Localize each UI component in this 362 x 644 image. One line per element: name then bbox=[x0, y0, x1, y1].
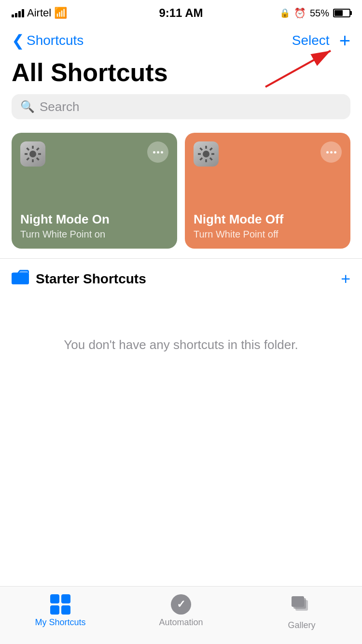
gear-svg-1 bbox=[24, 145, 42, 163]
more-button-1[interactable] bbox=[147, 141, 168, 163]
signal-bar-1 bbox=[12, 14, 14, 17]
status-left: Airtel 📶 bbox=[12, 7, 67, 19]
folder-add-button[interactable]: + bbox=[341, 269, 350, 288]
more-dot bbox=[334, 151, 336, 154]
page-title-section: All Shortcuts bbox=[0, 55, 362, 94]
empty-message: You don't have any shortcuts in this fol… bbox=[64, 337, 298, 352]
card-bottom-1: Night Mode On Turn White Point on bbox=[20, 212, 168, 240]
page-title: All Shortcuts bbox=[12, 59, 350, 86]
search-bar[interactable]: 🔍 Search bbox=[12, 94, 350, 119]
card-bottom-2: Night Mode Off Turn White Point off bbox=[194, 212, 342, 240]
gallery-icon-wrap bbox=[292, 594, 312, 617]
more-dot bbox=[161, 151, 163, 154]
signal-bar-3 bbox=[18, 11, 21, 17]
svg-point-2 bbox=[29, 151, 36, 157]
folder-svg bbox=[12, 270, 29, 284]
shortcut-title-1: Night Mode On bbox=[20, 212, 168, 227]
battery-percent: 55% bbox=[310, 8, 329, 19]
status-bar: Airtel 📶 9:11 AM 🔒 ⏰ 55% bbox=[0, 0, 362, 26]
grid-cell bbox=[50, 605, 59, 615]
automation-icon: ✓ bbox=[171, 594, 191, 615]
shortcut-card-night-mode-on[interactable]: Night Mode On Turn White Point on bbox=[12, 133, 177, 249]
svg-line-8 bbox=[37, 158, 39, 160]
grid-cell bbox=[61, 605, 70, 615]
shortcut-title-2: Night Mode Off bbox=[194, 212, 342, 227]
tab-bar: My Shortcuts ✓ Automation Gallery bbox=[0, 586, 362, 644]
svg-line-17 bbox=[210, 158, 212, 160]
svg-line-18 bbox=[210, 148, 212, 151]
gallery-svg-icon bbox=[292, 594, 312, 615]
card-top-2 bbox=[194, 141, 342, 167]
svg-line-9 bbox=[37, 148, 39, 151]
more-dot bbox=[326, 151, 329, 154]
shortcuts-grid: Night Mode On Turn White Point on bbox=[0, 129, 362, 258]
shortcut-card-night-mode-off[interactable]: Night Mode Off Turn White Point off bbox=[185, 133, 350, 249]
settings-icon-2 bbox=[194, 141, 219, 167]
folder-left: Starter Shortcuts bbox=[12, 270, 146, 288]
alarm-icon: ⏰ bbox=[294, 7, 306, 19]
battery-fill bbox=[334, 10, 343, 16]
gallery-label: Gallery bbox=[288, 620, 315, 630]
nav-bar: ❮ Shortcuts Select + bbox=[0, 26, 362, 55]
svg-rect-25 bbox=[292, 596, 304, 607]
search-icon: 🔍 bbox=[20, 100, 35, 113]
automation-label: Automation bbox=[159, 617, 203, 628]
more-dot bbox=[153, 151, 155, 154]
gear-svg-2 bbox=[197, 145, 215, 163]
signal-bars bbox=[12, 9, 24, 17]
svg-line-7 bbox=[27, 148, 29, 151]
shortcut-subtitle-2: Turn White Point off bbox=[194, 229, 342, 240]
back-label: Shortcuts bbox=[27, 33, 84, 48]
search-placeholder: Search bbox=[40, 99, 79, 114]
card-top-1 bbox=[20, 141, 168, 167]
nav-actions: Select + bbox=[292, 31, 350, 50]
more-dots-2 bbox=[326, 151, 336, 154]
more-button-2[interactable] bbox=[320, 141, 342, 163]
svg-point-11 bbox=[203, 151, 209, 157]
status-right: 🔒 ⏰ 55% bbox=[279, 7, 350, 19]
status-time: 9:11 AM bbox=[159, 6, 203, 20]
my-shortcuts-label: My Shortcuts bbox=[35, 617, 85, 628]
settings-icon-1 bbox=[20, 141, 45, 167]
signal-bar-4 bbox=[22, 9, 24, 17]
select-button[interactable]: Select bbox=[292, 33, 330, 48]
wifi-icon: 📶 bbox=[54, 7, 67, 19]
shortcut-subtitle-1: Turn White Point on bbox=[20, 229, 168, 240]
folder-icon bbox=[12, 270, 29, 288]
svg-line-10 bbox=[27, 158, 29, 160]
grid-cell bbox=[61, 594, 70, 603]
lock-icon: 🔒 bbox=[279, 8, 290, 18]
search-bar-container: 🔍 Search bbox=[0, 94, 362, 129]
add-button[interactable]: + bbox=[339, 31, 350, 50]
signal-bar-2 bbox=[15, 13, 17, 17]
checkmark: ✓ bbox=[177, 599, 185, 610]
my-shortcuts-icon bbox=[50, 594, 70, 615]
more-dots-1 bbox=[153, 151, 163, 154]
more-dot bbox=[330, 151, 333, 154]
tab-automation[interactable]: ✓ Automation bbox=[138, 594, 224, 628]
folder-name: Starter Shortcuts bbox=[36, 271, 146, 287]
svg-line-19 bbox=[200, 158, 203, 160]
battery-icon bbox=[333, 9, 350, 17]
svg-line-16 bbox=[200, 148, 203, 151]
tab-my-shortcuts[interactable]: My Shortcuts bbox=[17, 594, 104, 628]
folder-row: Starter Shortcuts + bbox=[0, 259, 362, 299]
svg-rect-20 bbox=[12, 273, 29, 284]
more-dot bbox=[157, 151, 159, 154]
back-button[interactable]: ❮ Shortcuts bbox=[12, 33, 84, 48]
back-chevron-icon: ❮ bbox=[12, 33, 25, 48]
carrier-label: Airtel bbox=[27, 7, 51, 19]
grid-cell bbox=[50, 594, 59, 603]
empty-state: You don't have any shortcuts in this fol… bbox=[0, 299, 362, 391]
circle-check: ✓ bbox=[171, 594, 191, 615]
grid-icon bbox=[50, 594, 70, 615]
tab-gallery[interactable]: Gallery bbox=[258, 594, 345, 630]
